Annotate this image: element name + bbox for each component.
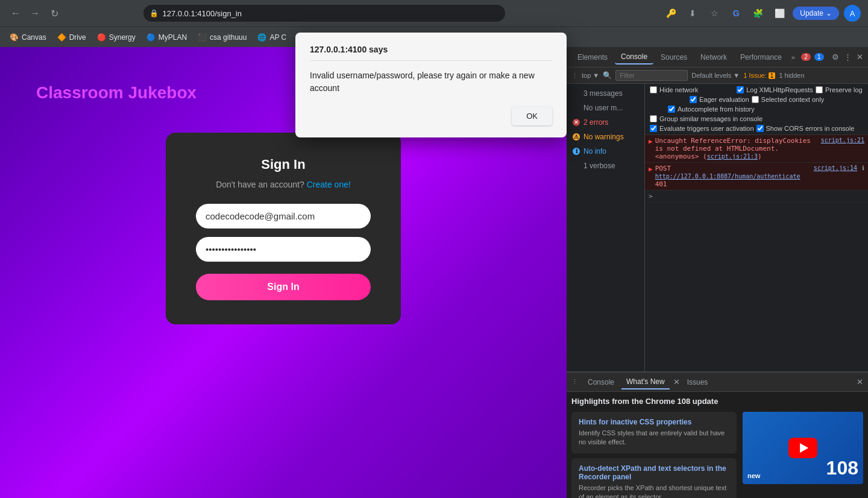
bottom-tab-console[interactable]: Console (583, 376, 619, 389)
inspect-icon[interactable]: 🔍 (603, 71, 612, 80)
devtools-panel: Elements Console Sources Network Perform… (567, 47, 868, 498)
thumbnail-version: 108 (826, 457, 858, 479)
github-icon: ⬛ (198, 33, 207, 42)
signin-subtitle: Don't have an account? Create one! (196, 180, 371, 189)
signin-card: Sign In Don't have an account? Create on… (166, 133, 401, 324)
sidebar-errors[interactable]: ✕ 2 errors (567, 115, 644, 130)
cast-icon[interactable]: ⬜ (771, 5, 788, 22)
error-info-icon: ℹ (862, 165, 864, 171)
bookmark-csa-github[interactable]: ⬛ csa githuuu (193, 31, 251, 44)
whats-new-close[interactable]: ✕ (673, 377, 680, 386)
opt-log-xmlhttp[interactable]: Log XMLHttpRequests (737, 86, 813, 93)
script-link-1-right[interactable]: script.js:21 (821, 137, 864, 143)
bookmark-ap[interactable]: 🌐 AP C (253, 31, 291, 44)
error-triangle-icon-2: ▶ (649, 165, 653, 173)
thumbnail-new-label: new (747, 472, 760, 479)
error-triangle-icon: ▶ (649, 137, 653, 145)
signin-heading: Sign In (196, 157, 371, 172)
page-title: Classroom Jukebox (36, 59, 197, 102)
password-input[interactable] (196, 237, 371, 262)
back-button[interactable]: ← (7, 5, 24, 22)
key-icon[interactable]: 🔑 (662, 5, 679, 22)
error-icon: ✕ (573, 119, 580, 126)
youtube-icon (788, 438, 817, 458)
download-icon[interactable]: ⬇ (684, 5, 701, 22)
dt-more-options[interactable]: ⋮ (571, 72, 578, 80)
lock-icon: 🔒 (149, 9, 159, 17)
address-bar[interactable]: 🔒 127.0.0.1:4100/sign_in (143, 5, 505, 22)
create-account-link[interactable]: Create one! (307, 180, 351, 189)
opt-hide-network[interactable]: Hide network (650, 86, 698, 93)
opt-selected-context[interactable]: Selected context only (752, 96, 825, 103)
devtools-more-icon[interactable]: ⋮ (844, 52, 852, 61)
tab-sources[interactable]: Sources (655, 51, 693, 64)
myplan-icon: 🔵 (146, 33, 156, 42)
forward-button[interactable]: → (27, 5, 43, 22)
browser-chrome: ← → ↻ 🔒 127.0.0.1:4100/sign_in 🔑 ⬇ ☆ G 🧩… (0, 0, 868, 27)
dt-bottom-tabs: ⋮ Console What's New ✕ Issues ✕ (567, 373, 868, 392)
dt-bottom-content: Highlights from the Chrome 108 update Hi… (567, 392, 868, 498)
drive-icon: 🔶 (57, 33, 66, 42)
tab-elements[interactable]: Elements (571, 51, 614, 64)
signin-button[interactable]: Sign In (196, 274, 371, 300)
bookmark-drive[interactable]: 🔶 Drive (52, 31, 91, 44)
opt-autocomplete[interactable]: Autocomplete from history (668, 106, 755, 113)
card-2-title: Auto-detect XPath and text selectors in … (579, 464, 729, 481)
address-text: 127.0.0.1:4100/sign_in (162, 9, 242, 18)
opt-evaluate-triggers[interactable]: Evaluate triggers user activation (650, 125, 754, 132)
devtools-toolbar: ⋮ top ▼ 🔍 Default levels ▼ 1 Issue: 1 1 … (567, 68, 868, 84)
opt-group-similar[interactable]: Group similar messages in console (650, 115, 763, 122)
bottom-tab-whats-new[interactable]: What's New (621, 375, 670, 389)
filter-input[interactable] (615, 70, 688, 81)
puzzle-icon[interactable]: 🧩 (749, 5, 766, 22)
opt-eager-eval[interactable]: Eager evaluation (690, 96, 749, 103)
alert-actions: OK (310, 107, 552, 125)
dt-bottom-more[interactable]: ⋮ (571, 378, 578, 386)
dt-console-output: ▶ Uncaught ReferenceError: displayCookie… (645, 135, 868, 371)
sidebar-warnings[interactable]: ⚠ No warnings (567, 130, 644, 144)
warning-icon: ⚠ (573, 133, 580, 140)
messages-icon (573, 90, 580, 97)
sidebar-info[interactable]: ℹ No info (567, 144, 644, 159)
highlight-card-2: Auto-detect XPath and text selectors in … (571, 458, 737, 498)
sidebar-no-user-messages[interactable]: No user m... (567, 101, 644, 115)
email-input[interactable] (196, 204, 371, 229)
post-url-link[interactable]: http://127.0.0.1:8087/human/authenticate (655, 173, 800, 180)
profile-button[interactable]: A (844, 5, 861, 22)
dt-left-panel: 3 messages No user m... ✕ 2 errors ⚠ No … (567, 84, 645, 371)
issue-indicator[interactable]: 1 Issue: 1 (743, 72, 775, 79)
script-link-1[interactable]: script.js:21:3 (707, 153, 758, 160)
tab-performance[interactable]: Performance (734, 51, 788, 64)
highlight-card-1: Hints for inactive CSS properties Identi… (571, 412, 737, 453)
bottom-close-icon[interactable]: ✕ (857, 377, 863, 386)
opt-preserve-log[interactable]: Preserve log (816, 86, 863, 93)
star-icon[interactable]: ☆ (706, 5, 723, 22)
opt-show-cors[interactable]: Show CORS errors in console (756, 125, 855, 132)
card-1-title: Hints for inactive CSS properties (579, 418, 729, 426)
devtools-tabs: Elements Console Sources Network Perform… (567, 47, 868, 68)
hidden-indicator: 1 hidden (779, 72, 804, 79)
bookmark-myplan[interactable]: 🔵 MyPLAN (142, 31, 192, 44)
tab-console[interactable]: Console (615, 50, 653, 65)
alert-ok-button[interactable]: OK (512, 107, 552, 125)
tab-network[interactable]: Network (694, 51, 733, 64)
alert-title: 127.0.0.1:4100 says (310, 45, 552, 61)
console-error-2: ▶ POST http://127.0.0.1:8087/human/authe… (645, 163, 868, 191)
info-icon: ℹ (573, 148, 580, 155)
g-extension-icon[interactable]: G (728, 5, 744, 22)
sidebar-verbose[interactable]: 1 verbose (567, 159, 644, 173)
devtools-settings-icon[interactable]: ⚙ (832, 52, 839, 61)
bookmark-synergy[interactable]: 🔴 Synergy (92, 31, 140, 44)
chevron-down-icon: ⌄ (826, 9, 832, 17)
tab-more[interactable]: » (789, 51, 797, 63)
sidebar-all-messages[interactable]: 3 messages (567, 86, 644, 101)
dt-top-selector[interactable]: top ▼ (582, 72, 599, 79)
bottom-tab-issues[interactable]: Issues (682, 376, 713, 389)
script-link-2[interactable]: script.js:14 (814, 165, 857, 171)
devtools-close-icon[interactable]: ✕ (857, 52, 863, 61)
bookmark-canvas[interactable]: 🎨 Canvas (5, 31, 51, 44)
nav-buttons: ← → ↻ (7, 5, 63, 22)
refresh-button[interactable]: ↻ (46, 5, 63, 22)
default-levels[interactable]: Default levels ▼ (691, 72, 740, 79)
update-button[interactable]: Update ⌄ (793, 7, 839, 20)
